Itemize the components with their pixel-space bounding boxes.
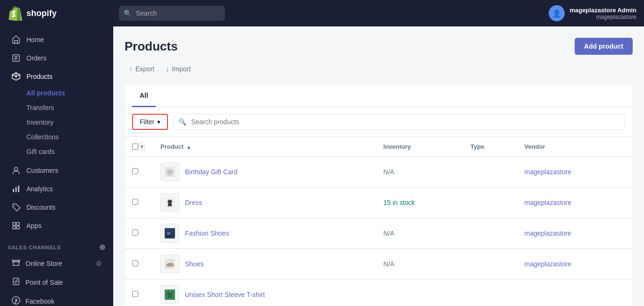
home-icon [11,35,21,44]
row-vendor-cell: mageplazastore [517,218,633,249]
header-type: Type [463,137,517,157]
product-name-link[interactable]: Dress [185,199,202,206]
row-product-cell: Dress [153,187,376,218]
export-arrow-icon: ↑ [129,65,133,73]
sidebar-item-orders[interactable]: Orders [4,49,109,67]
product-name-link[interactable]: Unisex Short Sleeve T-shirt [185,291,265,298]
inventory-value: N/A [384,168,394,176]
sidebar-item-products[interactable]: Products [4,68,109,85]
row-inventory-cell: N/A [376,249,463,280]
online-store-left: Online Store [11,258,62,269]
filter-button[interactable]: Filter ▾ [132,114,168,130]
row-type-cell [463,249,517,280]
sidebar: Home Orders Products All products Transf… [0,0,113,306]
row-product-cell: Birthday Gift Card [153,157,376,187]
user-info: mageplazastore Admin mageplazastore [569,7,636,20]
product-thumbnail [160,162,179,181]
search-products-input[interactable] [174,114,625,130]
select-all-checkbox[interactable] [132,144,138,150]
table-header-row: ▾ Product ▲ Inventory Type Vendor [125,137,633,157]
sidebar-item-home[interactable]: Home [4,31,109,49]
facebook-icon [11,296,21,306]
sidebar-item-point-of-sale[interactable]: Point of Sale [4,273,109,291]
svg-rect-4 [18,186,19,192]
online-store-settings-icon[interactable]: ⚙ [96,260,102,267]
product-name-link[interactable]: Birthday Gift Card [185,168,237,176]
page-title: Products [125,39,178,54]
row-type-cell [463,187,517,218]
sidebar-home-label: Home [26,36,44,43]
row-product-cell: Shoes [153,249,376,280]
store-icon [11,258,21,269]
add-sales-channel-icon[interactable]: ⊕ [99,243,106,252]
svg-point-18 [170,200,171,201]
shopify-logo-icon [8,6,23,21]
main-content: Products Add product ↑ Export ↓ Import A… [113,26,644,306]
row-checkbox[interactable] [132,199,138,205]
user-avatar[interactable]: 👤 [549,5,565,21]
product-thumbnail [160,285,179,304]
sidebar-products-label: Products [26,73,52,80]
svg-rect-6 [13,222,16,225]
row-checkbox[interactable] [132,260,138,266]
sidebar-item-transfers[interactable]: Transfers [4,101,109,115]
svg-rect-14 [167,172,173,176]
filter-bar: Filter ▾ 🔍 [125,107,633,137]
row-checkbox-cell [125,249,153,280]
add-product-button[interactable]: Add product [575,38,633,55]
pos-label: Point of Sale [25,279,63,286]
sidebar-item-inventory[interactable]: Inventory [4,115,109,129]
product-thumbnail [160,255,179,273]
svg-rect-15 [167,171,173,172]
product-sort-icon[interactable]: ▲ [186,144,192,150]
sidebar-item-gift-cards[interactable]: Gift cards [4,144,109,159]
top-search-input[interactable] [119,6,225,21]
sidebar-orders-label: Orders [26,54,47,62]
row-checkbox[interactable] [132,230,138,236]
top-navigation: shopify 🔍 👤 mageplazastore Admin magepla… [0,0,644,26]
pos-icon [11,277,21,288]
header-inventory: Inventory [376,137,463,157]
export-label: Export [135,65,154,73]
product-cell: Shoes [160,255,368,273]
row-checkbox-cell [125,280,153,306]
import-button[interactable]: ↓ Import [161,62,195,76]
apps-icon [11,221,21,230]
row-type-cell [463,157,517,187]
sidebar-item-online-store[interactable]: Online Store ⚙ [4,254,109,272]
sidebar-item-analytics[interactable]: Analytics [4,180,109,198]
product-cell: Fashion Shoes [160,224,368,243]
product-thumbnail [160,193,179,212]
export-button[interactable]: ↑ Export [125,62,159,76]
row-checkbox[interactable] [132,168,138,174]
sidebar-item-customers[interactable]: Customers [4,162,109,179]
vendor-value: mageplazastore [525,260,572,268]
tab-all[interactable]: All [132,85,156,107]
user-store: mageplazastore [569,14,636,20]
sidebar-item-facebook[interactable]: Facebook [4,292,109,306]
orders-icon [11,53,21,63]
header-product: Product ▲ [153,137,376,157]
sidebar-customers-label: Customers [26,167,59,174]
vendor-value: mageplazastore [525,230,572,237]
table-row: Unisex Short Sleeve T-shirt [125,280,633,306]
sidebar-item-all-products[interactable]: All products [4,86,109,100]
row-checkbox-cell [125,187,153,218]
header-checkbox-dropdown[interactable]: ▾ [138,143,145,151]
product-name-link[interactable]: Fashion Shoes [185,230,229,237]
product-name-link[interactable]: Shoes [185,260,204,268]
sidebar-item-apps[interactable]: Apps [4,217,109,235]
row-checkbox[interactable] [132,291,138,297]
sidebar-item-discounts[interactable]: Discounts [4,198,109,216]
svg-point-26 [172,234,173,235]
header-checkbox-wrap: ▾ [132,143,145,151]
row-inventory-cell: N/A [376,157,463,187]
sidebar-item-collections[interactable]: Collections [4,130,109,144]
discounts-icon [11,203,21,212]
row-checkbox-cell [125,157,153,187]
pos-left: Point of Sale [11,277,63,288]
svg-point-1 [15,168,18,171]
export-import-row: ↑ Export ↓ Import [125,62,633,76]
product-thumbnail [160,224,179,243]
table-header: ▾ Product ▲ Inventory Type Vendor [125,137,633,157]
